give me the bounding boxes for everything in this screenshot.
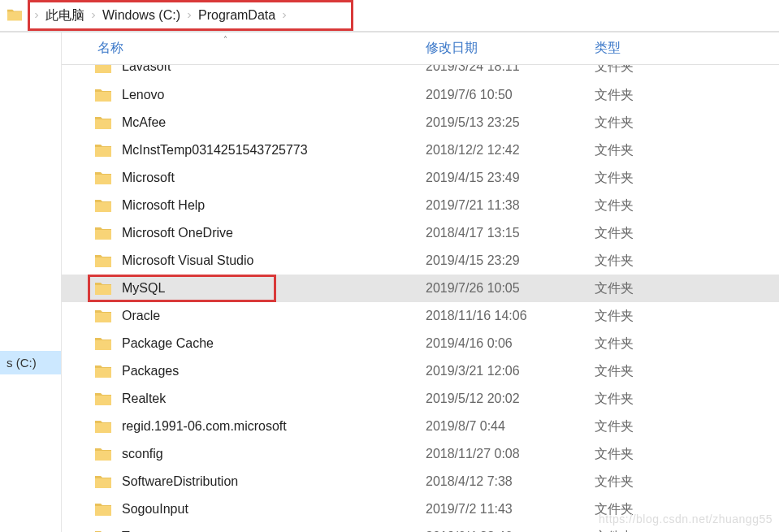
file-date: 2019/4/16 0:06 <box>426 336 595 351</box>
file-type: 文件夹 <box>595 142 779 159</box>
file-name: sconfig <box>122 447 426 461</box>
file-row[interactable]: Microsoft OneDrive2018/4/17 13:15文件夹 <box>62 219 779 247</box>
file-row[interactable]: Oracle2018/11/16 14:06文件夹 <box>62 302 779 330</box>
breadcrumb-programdata[interactable]: ProgramData <box>197 5 277 26</box>
folder-icon <box>94 253 112 269</box>
file-row[interactable]: Lenovo2019/7/6 10:50文件夹 <box>62 81 779 109</box>
folder-icon <box>94 308 112 324</box>
file-date: 2018/11/16 14:06 <box>426 309 595 323</box>
breadcrumb-bar: 此电脑 Windows (C:) ProgramData <box>0 0 779 32</box>
file-name: Microsoft <box>122 171 426 185</box>
file-name: Microsoft OneDrive <box>122 226 426 240</box>
file-type: 文件夹 <box>595 197 779 214</box>
folder-icon <box>94 170 112 186</box>
file-name: SogouInput <box>122 502 426 517</box>
file-date: 2018/4/17 13:15 <box>426 226 595 240</box>
file-date: 2018/11/27 0:08 <box>426 447 595 461</box>
file-name: Microsoft Help <box>122 198 426 213</box>
breadcrumb-separator[interactable] <box>86 8 101 23</box>
file-date: 2019/7/2 11:43 <box>426 502 595 517</box>
file-type: 文件夹 <box>595 280 779 297</box>
column-header-name[interactable]: 名称 <box>94 40 426 57</box>
folder-icon <box>94 142 112 158</box>
folder-icon <box>94 391 112 407</box>
file-row[interactable]: regid.1991-06.com.microsoft2019/8/7 0:44… <box>62 413 779 440</box>
file-date: 2018/12/2 12:42 <box>426 143 595 158</box>
file-row[interactable]: SogouInput2019/7/2 11:43文件夹 <box>62 495 779 523</box>
file-type: 文件夹 <box>595 308 779 325</box>
file-name: Realtek <box>122 391 426 406</box>
breadcrumb-this-pc[interactable]: 此电脑 <box>44 4 86 28</box>
file-date: 2019/5/13 23:25 <box>426 115 595 130</box>
file-name: Package Cache <box>122 336 426 351</box>
file-type: 文件夹 <box>595 446 779 463</box>
file-row[interactable]: Packages2019/3/21 12:06文件夹 <box>62 357 779 385</box>
file-date: 2019/7/21 11:38 <box>426 198 595 213</box>
folder-location-icon <box>6 7 23 24</box>
column-header-date[interactable]: 修改日期 <box>426 40 595 57</box>
folder-icon <box>94 197 112 214</box>
file-type: 文件夹 <box>595 418 779 435</box>
file-row[interactable]: MySQL2019/7/26 10:05文件夹 <box>62 275 779 302</box>
file-list-pane: 名称 修改日期 类型 ˄ Lavasoft2019/3/24 18:11文件夹L… <box>62 32 779 532</box>
file-row[interactable]: SoftwareDistribution2018/4/12 7:38文件夹 <box>62 468 779 495</box>
file-date: 2018/4/12 7:38 <box>426 474 595 489</box>
file-type: 文件夹 <box>595 65 779 76</box>
folder-icon <box>94 363 112 379</box>
file-row[interactable]: Package Cache2019/4/16 0:06文件夹 <box>62 330 779 357</box>
file-date: 2019/7/26 10:05 <box>426 281 595 296</box>
file-date: 2019/5/12 20:02 <box>426 391 595 406</box>
file-type: 文件夹 <box>595 474 779 491</box>
file-row[interactable]: Tencent2019/6/4 23:46文件夹 <box>62 523 779 532</box>
file-row[interactable]: Microsoft Help2019/7/21 11:38文件夹 <box>62 192 779 219</box>
file-type: 文件夹 <box>595 115 779 132</box>
file-type: 文件夹 <box>595 335 779 353</box>
file-type: 文件夹 <box>595 501 779 518</box>
file-name: McAfee <box>122 115 426 130</box>
file-date: 2019/4/15 23:49 <box>426 171 595 185</box>
file-type: 文件夹 <box>595 225 779 242</box>
file-name: Packages <box>122 364 426 378</box>
file-row[interactable]: Realtek2019/5/12 20:02文件夹 <box>62 385 779 413</box>
folder-icon <box>94 115 112 131</box>
breadcrumb-separator[interactable] <box>277 8 292 23</box>
breadcrumb-separator[interactable] <box>29 8 44 23</box>
file-name: Microsoft Visual Studio <box>122 253 426 268</box>
breadcrumb-drive-c[interactable]: Windows (C:) <box>101 5 182 26</box>
file-type: 文件夹 <box>595 87 779 104</box>
sidebar-nav: s (C:) <box>0 32 62 532</box>
file-name: Oracle <box>122 309 426 323</box>
column-header-row: 名称 修改日期 类型 <box>62 32 779 65</box>
sort-indicator-icon: ˄ <box>223 35 227 44</box>
file-row[interactable]: McInstTemp03142515437257732018/12/2 12:4… <box>62 136 779 164</box>
folder-icon <box>94 65 112 75</box>
file-type: 文件夹 <box>595 529 779 533</box>
file-date: 2019/7/6 10:50 <box>426 88 595 102</box>
folder-icon <box>94 87 112 103</box>
file-name: SoftwareDistribution <box>122 474 426 489</box>
file-name: McInstTemp0314251543725773 <box>122 143 426 158</box>
file-row[interactable]: McAfee2019/5/13 23:25文件夹 <box>62 109 779 136</box>
sidebar-item-drive-c[interactable]: s (C:) <box>0 351 61 374</box>
content-area: s (C:) 名称 修改日期 类型 ˄ Lavasoft2019/3/24 18… <box>0 32 779 532</box>
file-type: 文件夹 <box>595 363 779 380</box>
file-list: Lavasoft2019/3/24 18:11文件夹Lenovo2019/7/6… <box>62 65 779 532</box>
file-name: regid.1991-06.com.microsoft <box>122 419 426 434</box>
file-date: 2019/3/24 18:11 <box>426 65 595 74</box>
folder-icon <box>94 474 112 490</box>
file-row[interactable]: Microsoft Visual Studio2019/4/15 23:29文件… <box>62 247 779 275</box>
file-name: MySQL <box>122 281 426 296</box>
folder-icon <box>94 418 112 435</box>
file-row[interactable]: Lavasoft2019/3/24 18:11文件夹 <box>62 65 779 81</box>
folder-icon <box>94 529 112 532</box>
file-date: 2019/8/7 0:44 <box>426 419 595 434</box>
column-header-type[interactable]: 类型 <box>595 40 779 57</box>
folder-icon <box>94 335 112 352</box>
file-row[interactable]: sconfig2018/11/27 0:08文件夹 <box>62 440 779 468</box>
file-type: 文件夹 <box>595 253 779 270</box>
file-type: 文件夹 <box>595 170 779 187</box>
file-name: Lavasoft <box>122 65 426 74</box>
breadcrumb-separator[interactable] <box>182 8 197 23</box>
folder-icon <box>94 446 112 462</box>
file-row[interactable]: Microsoft2019/4/15 23:49文件夹 <box>62 164 779 192</box>
